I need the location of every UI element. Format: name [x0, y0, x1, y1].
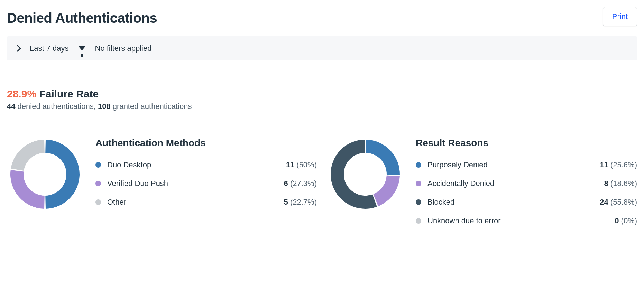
legend-label: Blocked — [427, 198, 600, 207]
donut-slice — [45, 140, 80, 209]
chart-block: Authentication Methods Duo Desktop 11 (5… — [7, 136, 317, 214]
legend-label: Verified Duo Push — [107, 179, 284, 188]
legend-label: Unknown due to error — [427, 216, 615, 225]
legend-swatch — [416, 162, 421, 168]
legend-label: Duo Desktop — [107, 160, 286, 169]
chart-block: Result Reasons Purposely Denied 11 (25.6… — [327, 136, 637, 230]
legend-value: 11 (25.6%) — [600, 160, 637, 169]
donut-slice — [373, 176, 400, 206]
legend-value: 0 (0%) — [615, 216, 637, 225]
granted-count: 108 — [98, 102, 111, 111]
legend-row: Blocked 24 (55.8%) — [416, 193, 637, 212]
legend-swatch — [95, 199, 101, 205]
legend-row: Unknown due to error 0 (0%) — [416, 212, 637, 230]
denied-count: 44 — [7, 102, 15, 111]
legend-label: Other — [107, 198, 284, 207]
legend-value: 11 (50%) — [286, 160, 317, 169]
filters-applied-label: No filters applied — [95, 44, 152, 53]
legend-swatch — [416, 181, 421, 186]
donut-slice — [10, 170, 45, 209]
chevron-right-icon — [14, 45, 21, 52]
time-range-label: Last 7 days — [30, 44, 69, 53]
legend-row: Verified Duo Push 6 (27.3%) — [95, 174, 317, 193]
print-button[interactable]: Print — [603, 7, 637, 26]
legend-row: Purposely Denied 11 (25.6%) — [416, 156, 637, 174]
legend-value: 5 (22.7%) — [284, 198, 317, 207]
donut-chart — [7, 136, 83, 212]
chart-title: Result Reasons — [416, 138, 637, 149]
legend-label: Accidentally Denied — [427, 179, 604, 188]
failure-rate-value: 28.9% — [7, 88, 36, 100]
legend-swatch — [416, 199, 421, 205]
legend-value: 6 (27.3%) — [284, 179, 317, 188]
legend-swatch — [95, 181, 101, 186]
legend-row: Duo Desktop 11 (50%) — [95, 156, 317, 174]
page-title: Denied Authentications — [7, 10, 157, 26]
donut-slice — [366, 140, 400, 175]
donut-chart — [327, 136, 403, 212]
donut-slice — [11, 140, 44, 171]
legend-value: 24 (55.8%) — [600, 198, 637, 207]
filter-icon — [79, 46, 85, 50]
filter-bar[interactable]: Last 7 days No filters applied — [7, 36, 637, 60]
legend-value: 8 (18.6%) — [604, 179, 637, 188]
granted-text: granted authentications — [111, 102, 192, 111]
legend-row: Other 5 (22.7%) — [95, 193, 317, 212]
denied-text: denied authentications, — [15, 102, 98, 111]
legend-swatch — [416, 218, 421, 224]
chart-title: Authentication Methods — [95, 138, 317, 149]
legend-row: Accidentally Denied 8 (18.6%) — [416, 174, 637, 193]
failure-rate-label: Failure Rate — [39, 88, 99, 100]
legend-swatch — [95, 162, 101, 168]
summary-block: 28.9% Failure Rate 44 denied authenticat… — [7, 88, 637, 115]
legend-label: Purposely Denied — [427, 160, 600, 169]
